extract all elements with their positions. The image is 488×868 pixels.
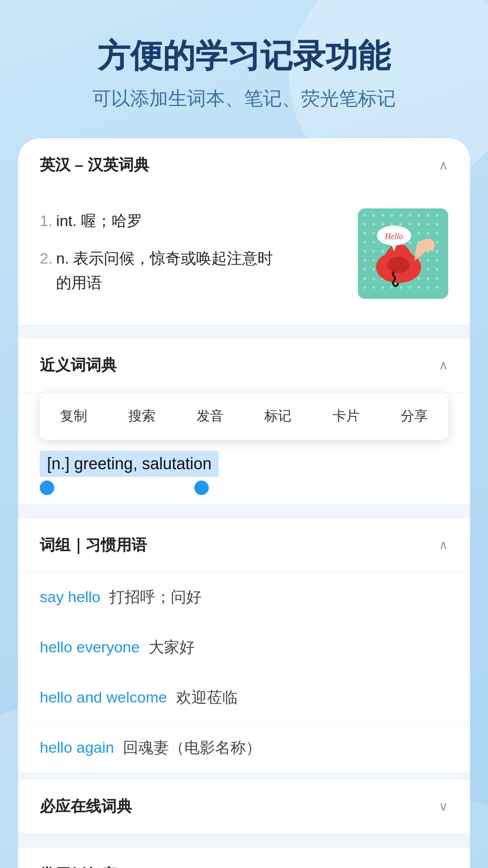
svg-point-78: [408, 286, 411, 289]
svg-point-37: [363, 250, 366, 253]
header-subtitle: 可以添加生词本、笔记、荧光笔标记: [27, 86, 461, 111]
dict-section: 英汉 – 汉英词典 ∧ 1. int. 喔；哈罗 2. n. 表示问候，惊奇或唤…: [18, 138, 470, 324]
svg-point-55: [363, 268, 366, 271]
context-menu-mark[interactable]: 标记: [244, 403, 312, 429]
common-sentences-header[interactable]: 常用例句库 ∨: [18, 848, 470, 868]
context-menu-pronounce[interactable]: 发音: [176, 403, 244, 429]
svg-point-18: [436, 223, 438, 226]
svg-point-9: [436, 214, 438, 217]
gap-4: [18, 841, 470, 848]
dict-section-title: 英汉 – 汉英词典: [40, 155, 149, 175]
def-content-2: n. 表示问候，惊奇或唤起注意时的用语: [56, 246, 273, 295]
svg-point-27: [436, 232, 438, 235]
svg-point-3: [381, 214, 384, 217]
svg-point-77: [399, 286, 402, 289]
phrase-en-4: hello again: [40, 739, 114, 756]
svg-point-74: [372, 286, 375, 289]
synonyms-section-title: 近义词词典: [40, 355, 117, 376]
svg-point-20: [372, 232, 375, 235]
phrases-section-title: 词组｜习惯用语: [40, 535, 147, 556]
phrase-en-1: say hello: [40, 588, 100, 606]
main-card: 英汉 – 汉英词典 ∧ 1. int. 喔；哈罗 2. n. 表示问候，惊奇或唤…: [18, 138, 470, 868]
synonyms-section-header[interactable]: 近义词词典 ∧: [18, 339, 470, 392]
phrases-section: 词组｜习惯用语 ∧ say hello 打招呼；问好 hello everyon…: [18, 519, 470, 773]
svg-point-70: [418, 277, 420, 280]
svg-point-71: [427, 277, 429, 280]
svg-point-83: [387, 257, 410, 273]
phrase-item-1[interactable]: say hello 打招呼；问好: [18, 572, 470, 623]
definition-item-2: 2. n. 表示问候，惊奇或唤起注意时的用语: [40, 246, 347, 295]
svg-point-4: [390, 214, 393, 217]
svg-point-14: [399, 223, 402, 226]
phrase-item-4[interactable]: hello again 回魂妻（电影名称）: [18, 723, 470, 773]
svg-point-33: [408, 241, 411, 244]
definition-text: 1. int. 喔；哈罗 2. n. 表示问候，惊奇或唤起注意时的用语: [40, 208, 347, 307]
svg-point-25: [418, 232, 420, 235]
svg-point-5: [399, 214, 402, 217]
svg-point-13: [390, 223, 393, 226]
header: 方便的学习记录功能 可以添加生词本、笔记、荧光笔标记: [0, 0, 488, 138]
phrase-item-3[interactable]: hello and welcome 欢迎莅临: [18, 673, 470, 723]
bing-dict-header[interactable]: 必应在线词典 ∨: [18, 780, 470, 834]
phrase-zh-4: 回魂妻（电影名称）: [123, 737, 261, 758]
phrase-item-2[interactable]: hello everyone 大家好: [18, 623, 470, 673]
dict-section-header[interactable]: 英汉 – 汉英词典 ∧: [18, 138, 470, 192]
svg-point-19: [363, 232, 366, 235]
svg-point-11: [372, 223, 375, 226]
svg-point-79: [418, 286, 420, 289]
svg-point-73: [363, 286, 366, 289]
hello-illustration: Hello: [358, 208, 448, 299]
svg-point-26: [427, 232, 429, 235]
bing-dict-title: 必应在线词典: [40, 796, 132, 817]
svg-point-16: [418, 223, 420, 226]
svg-point-6: [408, 214, 411, 217]
phrase-en-3: hello and welcome: [40, 689, 167, 706]
svg-point-29: [372, 241, 375, 244]
svg-point-63: [436, 268, 438, 271]
gap-1: [18, 331, 470, 339]
selection-handle-right: [194, 481, 209, 495]
context-menu-share[interactable]: 分享: [380, 403, 448, 429]
svg-point-10: [363, 223, 366, 226]
svg-point-75: [381, 286, 384, 289]
svg-point-81: [436, 286, 438, 289]
svg-point-15: [408, 223, 411, 226]
svg-point-46: [363, 259, 366, 262]
gap-2: [18, 511, 470, 519]
synonyms-section: 近义词词典 ∧ 复制 搜索 发音 标记 卡片 分享 [n.] greeting,…: [18, 339, 470, 504]
selection-handle-left: [40, 481, 54, 495]
definition-item-1: 1. int. 喔；哈罗: [40, 208, 347, 233]
svg-point-76: [390, 286, 393, 289]
svg-point-2: [372, 214, 375, 217]
svg-point-45: [436, 250, 438, 253]
svg-point-56: [372, 268, 375, 271]
context-menu-search[interactable]: 搜索: [108, 403, 176, 429]
svg-point-38: [372, 250, 375, 253]
context-menu-copy[interactable]: 复制: [40, 403, 108, 429]
svg-point-65: [372, 277, 375, 280]
svg-point-28: [363, 241, 366, 244]
gap-3: [18, 773, 470, 780]
phrase-en-2: hello everyone: [40, 638, 140, 656]
def-num-2: 2.: [40, 246, 52, 295]
svg-point-17: [427, 223, 429, 226]
context-menu: 复制 搜索 发音 标记 卡片 分享: [40, 392, 448, 440]
svg-point-80: [427, 286, 429, 289]
svg-point-47: [372, 259, 375, 262]
svg-point-39: [381, 250, 384, 253]
selected-text: [n.] greeting, salutation: [40, 451, 219, 477]
header-title: 方便的学习记录功能: [27, 36, 461, 75]
svg-point-64: [363, 277, 366, 280]
svg-point-36: [436, 241, 438, 244]
phrases-chevron-up-icon: ∧: [439, 538, 448, 552]
context-menu-card[interactable]: 卡片: [312, 403, 380, 429]
def-content-1: int. 喔；哈罗: [56, 208, 142, 233]
def-num-1: 1.: [40, 208, 52, 233]
common-sentences-title: 常用例句库: [40, 864, 117, 868]
selected-text-area: [n.] greeting, salutation: [18, 440, 470, 504]
phrases-section-header[interactable]: 词组｜习惯用语 ∧: [18, 519, 470, 572]
svg-point-8: [427, 214, 429, 217]
phrase-zh-1: 打招呼；问好: [109, 587, 202, 608]
definition-card: 1. int. 喔；哈罗 2. n. 表示问候，惊奇或唤起注意时的用语: [18, 192, 470, 324]
svg-text:Hello: Hello: [385, 232, 403, 241]
